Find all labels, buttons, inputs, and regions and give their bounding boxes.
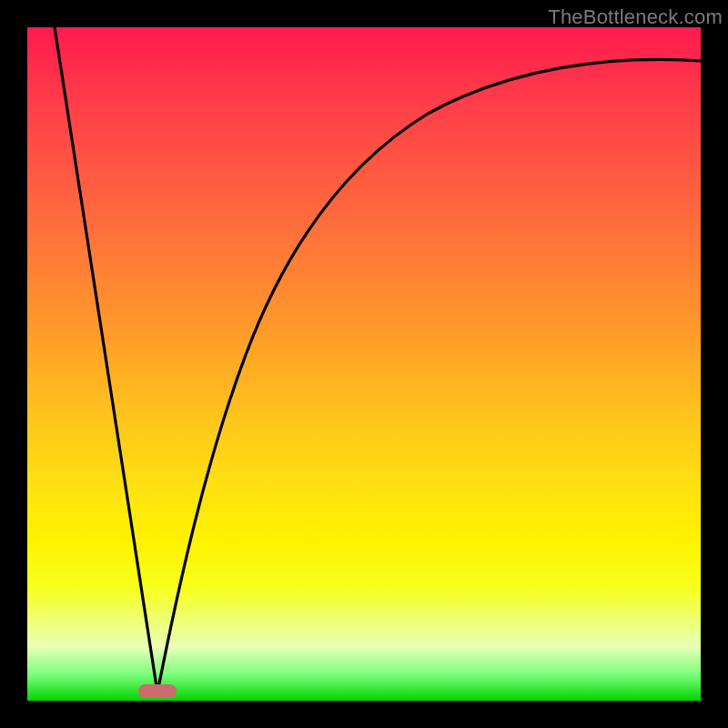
optimum-marker <box>138 684 177 698</box>
left-branch-line <box>55 27 157 693</box>
chart-frame: TheBottleneck.com <box>0 0 728 728</box>
plot-area <box>27 27 701 701</box>
right-branch-line <box>157 59 701 693</box>
curve-layer <box>27 27 701 701</box>
watermark-text: TheBottleneck.com <box>548 5 723 29</box>
